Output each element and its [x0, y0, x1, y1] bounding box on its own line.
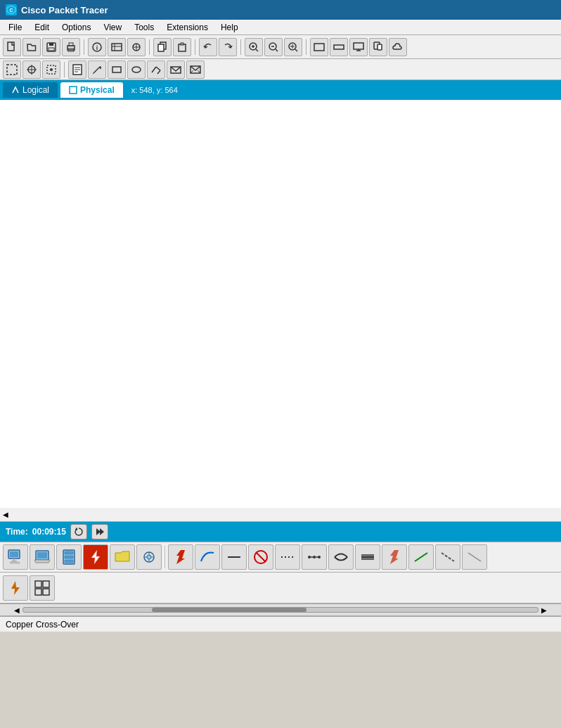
cable-fiber-btn[interactable]	[382, 544, 407, 570]
save-button[interactable]	[42, 38, 60, 56]
svg-rect-18	[158, 44, 164, 51]
play-btn[interactable]	[91, 524, 108, 539]
svg-point-103	[313, 556, 316, 558]
menu-options[interactable]: Options	[56, 21, 96, 34]
open-button[interactable]	[22, 38, 41, 56]
svg-text:i: i	[96, 44, 98, 51]
svg-rect-85	[13, 558, 15, 561]
area-select-btn[interactable]	[42, 60, 60, 79]
svg-marker-94	[91, 550, 100, 564]
svg-line-110	[441, 553, 454, 561]
rect-btn[interactable]	[310, 38, 328, 56]
custom2-button[interactable]	[127, 38, 146, 56]
svg-rect-2	[8, 42, 14, 51]
scroll-left-arrow[interactable]: ◀	[0, 509, 11, 521]
palette-grid[interactable]	[30, 575, 55, 601]
menu-view[interactable]: View	[98, 21, 127, 34]
svg-marker-108	[390, 550, 399, 564]
pencil-btn[interactable]	[88, 60, 106, 79]
device-folder-btn[interactable]	[110, 544, 135, 570]
svg-marker-97	[176, 550, 185, 564]
cloud-btn[interactable]	[389, 38, 407, 56]
hscroll-thumb[interactable]	[152, 608, 307, 612]
status-label: Copper Cross-Over	[6, 620, 79, 630]
cable-green-btn[interactable]	[408, 544, 434, 570]
cable-light-btn[interactable]	[462, 544, 487, 570]
undo-button[interactable]	[199, 38, 217, 56]
new-button[interactable]	[3, 38, 21, 56]
custom1-button[interactable]	[108, 38, 126, 56]
device-server-btn[interactable]	[56, 544, 82, 570]
svg-rect-11	[112, 44, 122, 51]
zoom-in-button[interactable]	[245, 38, 263, 56]
move-btn[interactable]	[22, 60, 41, 79]
svg-rect-91	[65, 551, 73, 554]
svg-line-22	[256, 49, 258, 51]
menu-edit[interactable]: Edit	[29, 21, 55, 34]
rect2-btn[interactable]	[330, 38, 348, 56]
svg-rect-51	[112, 67, 121, 72]
svg-rect-116	[43, 589, 49, 595]
select-btn[interactable]	[3, 60, 21, 79]
cable-toolbar	[0, 542, 561, 573]
paste-button[interactable]	[173, 38, 191, 56]
cable-dash2-btn[interactable]	[435, 544, 460, 570]
device-palette	[0, 573, 561, 604]
svg-rect-92	[65, 556, 73, 558]
copy-button[interactable]	[153, 38, 172, 56]
canvas-scroll-area: ◀	[0, 508, 561, 522]
cable-curve-btn[interactable]	[195, 544, 220, 570]
menu-file[interactable]: File	[3, 21, 27, 34]
cable-coax-btn[interactable]	[355, 544, 380, 570]
canvas[interactable]: PC-PT PC0 P... S RS 232 USB0	[0, 100, 561, 508]
device-router-btn[interactable]	[136, 544, 162, 570]
poly-btn[interactable]	[147, 60, 165, 79]
time-value: 00:09:15	[32, 527, 66, 537]
note-btn[interactable]	[68, 60, 86, 79]
mail-btn[interactable]	[167, 60, 185, 79]
tab-physical[interactable]: Physical	[60, 82, 123, 98]
cable-auto-btn[interactable]	[168, 544, 193, 570]
svg-line-55	[157, 70, 160, 74]
svg-point-44	[50, 68, 53, 71]
cable-dotted-btn[interactable]	[275, 544, 300, 570]
svg-rect-33	[334, 45, 344, 49]
cable-phone-btn[interactable]	[328, 544, 354, 570]
svg-rect-93	[65, 560, 73, 563]
hscroll-left[interactable]: ◀	[11, 604, 22, 615]
ellipse-btn[interactable]	[127, 60, 146, 79]
tab-logical[interactable]: Logical	[3, 82, 58, 98]
svg-rect-89	[37, 552, 47, 558]
rect-draw-btn[interactable]	[108, 60, 126, 79]
svg-rect-39	[7, 65, 17, 75]
svg-point-104	[318, 556, 321, 558]
sep5	[306, 39, 307, 55]
hscroll-track[interactable]	[22, 607, 539, 613]
device-pc-btn[interactable]	[3, 544, 28, 570]
menu-tools[interactable]: Tools	[129, 21, 160, 34]
svg-rect-5	[49, 48, 54, 51]
monitor2-btn[interactable]	[369, 38, 387, 56]
cable-serial-btn[interactable]	[302, 544, 327, 570]
reset-btn[interactable]	[70, 524, 87, 539]
svg-rect-87	[10, 562, 20, 563]
svg-line-111	[468, 553, 481, 561]
zoom-reset-button[interactable]	[284, 38, 302, 56]
envelope-btn[interactable]	[186, 60, 205, 79]
info-button[interactable]: i	[88, 38, 106, 56]
cable-straight-btn[interactable]	[221, 544, 247, 570]
cable-stop-btn[interactable]	[248, 544, 273, 570]
monitor-btn[interactable]	[349, 38, 368, 56]
device-laptop-btn[interactable]	[30, 544, 55, 570]
menu-help[interactable]: Help	[215, 21, 244, 34]
palette-lightning[interactable]	[3, 575, 28, 601]
redo-button[interactable]	[219, 38, 237, 56]
hscroll-right[interactable]: ▶	[539, 604, 550, 615]
svg-line-26	[276, 49, 278, 51]
device-lightning-btn[interactable]	[83, 544, 108, 570]
zoom-out-button[interactable]	[264, 38, 283, 56]
svg-line-53	[152, 67, 156, 72]
menu-extensions[interactable]: Extensions	[161, 21, 214, 34]
print-button[interactable]	[62, 38, 80, 56]
svg-point-102	[308, 556, 311, 558]
